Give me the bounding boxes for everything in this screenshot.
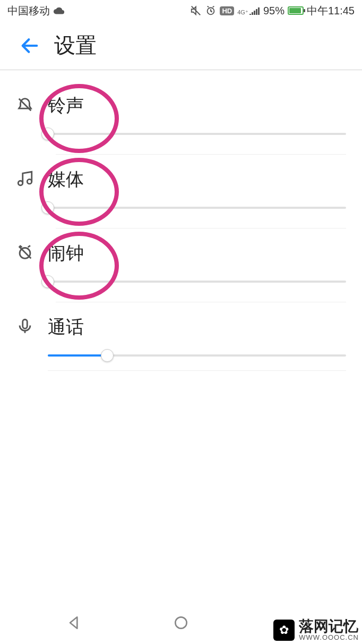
alarm-label: 闹钟	[48, 241, 346, 266]
media-row: 媒体	[16, 167, 346, 223]
alarm-off-icon	[16, 243, 34, 261]
app-header: 设置	[0, 21, 362, 70]
volume-settings: 铃声 媒体	[0, 70, 362, 371]
alarm-status-icon	[205, 5, 217, 16]
media-label: 媒体	[48, 167, 346, 192]
divider	[56, 154, 346, 155]
svg-point-3	[18, 181, 23, 185]
back-button[interactable]	[19, 35, 40, 56]
ringtone-slider[interactable]	[48, 128, 346, 140]
mute-icon	[190, 5, 202, 16]
ringtone-mute-icon	[16, 96, 34, 114]
watermark-title: 落网记忆	[299, 619, 359, 634]
watermark-url: WWW.OOOC.CN	[299, 634, 359, 641]
status-bar: 中国移动 HD 4G⁺ 95% 中午11:45	[0, 0, 362, 21]
nav-home-button[interactable]	[170, 612, 192, 633]
alarm-slider[interactable]	[48, 275, 346, 288]
nav-back-button[interactable]	[64, 612, 85, 633]
hd-badge: HD	[220, 6, 234, 15]
watermark: ✿ 落网记忆 WWW.OOOC.CN	[273, 619, 359, 641]
svg-point-8	[175, 617, 186, 628]
network-indicator: 4G⁺	[237, 6, 260, 15]
call-slider[interactable]	[48, 349, 346, 362]
clock-time: 中午11:45	[307, 4, 355, 18]
divider	[56, 302, 346, 302]
battery-pct: 95%	[263, 5, 285, 17]
media-slider[interactable]	[48, 201, 346, 214]
call-row: 通话	[16, 315, 346, 371]
call-label: 通话	[48, 315, 346, 340]
carrier-label: 中国移动	[7, 4, 50, 18]
svg-point-4	[27, 179, 32, 184]
watermark-logo-icon: ✿	[273, 620, 295, 641]
music-icon	[16, 170, 34, 188]
ringtone-label: 铃声	[48, 94, 346, 118]
svg-rect-7	[23, 319, 28, 328]
ringtone-row: 铃声	[16, 94, 346, 149]
divider	[56, 228, 346, 228]
alarm-row: 闹钟	[16, 241, 346, 296]
cloud-icon	[53, 5, 65, 16]
battery-icon	[288, 6, 304, 15]
divider	[48, 370, 346, 371]
microphone-icon	[16, 317, 34, 335]
page-title: 设置	[54, 31, 97, 60]
